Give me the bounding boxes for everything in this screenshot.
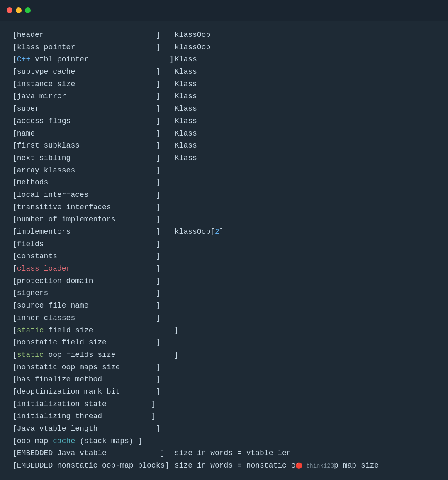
line-col1: [first subklass ] (12, 140, 170, 152)
terminal-line: [super ] Klass (12, 103, 436, 115)
line-col1: [class loader ] (12, 263, 170, 275)
line-col1: [fields ] (12, 238, 170, 251)
terminal-line: [class loader ] (12, 263, 436, 275)
terminal-line: [deoptimization mark bit ] (12, 386, 436, 398)
terminal-line: [next sibling ] Klass (12, 152, 436, 165)
terminal-line: [first subklass ] Klass (12, 140, 436, 152)
terminal-line: [protection domain ] (12, 275, 436, 288)
terminal-line: [local interfaces ] (12, 189, 436, 201)
line-col2: Klass (170, 53, 197, 66)
line-col2: Klass (170, 128, 197, 140)
line-col1: [local interfaces ] (12, 189, 170, 201)
line-col1: [array klasses ] (12, 165, 170, 177)
line-col2: size in words = nonstatic_o🔴 think123p_m… (170, 460, 379, 472)
terminal-line: [transitive interfaces ] (12, 201, 436, 214)
terminal-line: [name ] Klass (12, 128, 436, 140)
terminal-line: [klass pointer ] klassOop (12, 41, 436, 54)
terminal-line: [has finalize method ] (12, 373, 436, 386)
terminal-line: [static oop fields size ] (12, 349, 436, 361)
terminal-line: [inner classes ] (12, 312, 436, 325)
terminal-line: [nonstatic field size ] (12, 337, 436, 349)
line-col1: [super ] (12, 103, 170, 115)
line-col2: Klass (170, 66, 197, 78)
terminal-line: [constants ] (12, 250, 436, 263)
line-col1: [nonstatic oop maps size ] (12, 361, 170, 374)
terminal-line: [fields ] (12, 238, 436, 251)
line-col1: [implementors ] (12, 226, 170, 238)
line-col1: [next sibling ] (12, 152, 170, 165)
terminal-line: [Java vtable length ] (12, 423, 436, 435)
line-col1: [EMBEDDED nonstatic oop-map blocks] (12, 460, 170, 472)
terminal-line: [source file name ] (12, 300, 436, 312)
terminal-line: [header ] klassOop (12, 29, 436, 41)
line-col1: [instance size ] (12, 78, 170, 91)
terminal-line: [oop map cache (stack maps) ] (12, 435, 436, 448)
terminal-line: [java mirror ] Klass (12, 90, 436, 103)
line-col2: Klass (170, 103, 197, 115)
line-col2: Klass (170, 152, 197, 165)
line-col1: [Java vtable length ] (12, 423, 170, 435)
line-col1: [transitive interfaces ] (12, 201, 170, 214)
line-col1: [constants ] (12, 250, 170, 263)
terminal-line: [implementors ] klassOop[2] (12, 226, 436, 238)
line-col1: [klass pointer ] (12, 41, 170, 54)
line-col1: [static oop fields size ] (12, 349, 170, 361)
maximize-button[interactable] (25, 7, 31, 13)
terminal-line: [subtype cache ] Klass (12, 66, 436, 78)
terminal-line: [array klasses ] (12, 165, 436, 177)
line-col1: [header ] (12, 29, 170, 41)
terminal-output: [header ] klassOop[klass pointer ] klass… (0, 21, 448, 480)
line-col1: [nonstatic field size ] (12, 337, 170, 349)
line-col1: [deoptimization mark bit ] (12, 386, 170, 398)
terminal-line: [nonstatic oop maps size ] (12, 361, 436, 374)
line-col1: [methods ] (12, 177, 170, 189)
line-col1: [signers ] (12, 287, 170, 300)
line-col1: [has finalize method ] (12, 373, 170, 386)
close-button[interactable] (7, 7, 12, 13)
terminal-line: [number of implementors ] (12, 213, 436, 226)
line-col2: klassOop (170, 29, 210, 41)
line-col2: Klass (170, 115, 197, 128)
line-col1: [EMBEDDED Java vtable ] (12, 447, 170, 460)
line-col1: [inner classes ] (12, 312, 170, 325)
line-col1: [java mirror ] (12, 90, 170, 103)
line-col2: klassOop (170, 41, 210, 54)
terminal-line: [methods ] (12, 177, 436, 189)
line-col2: klassOop[2] (170, 226, 224, 238)
line-col1: [access_flags ] (12, 115, 170, 128)
line-col1: [name ] (12, 128, 170, 140)
titlebar (0, 0, 448, 21)
terminal-line: [access_flags ] Klass (12, 115, 436, 128)
line-col1: [source file name ] (12, 300, 170, 312)
line-col1: [subtype cache ] (12, 66, 170, 78)
line-col1: [number of implementors ] (12, 213, 170, 226)
line-col2: size in words = vtable_len (170, 447, 291, 460)
line-col2: Klass (170, 78, 197, 91)
terminal-line: [initialization state ] (12, 398, 436, 411)
terminal-line: [C++ vtbl pointer ] Klass (12, 53, 436, 66)
line-col1: [protection domain ] (12, 275, 170, 288)
terminal-line: [EMBEDDED Java vtable ] size in words = … (12, 447, 436, 460)
terminal-line: [initializing thread ] (12, 410, 436, 423)
terminal-line: [instance size ] Klass (12, 78, 436, 91)
terminal-line: [EMBEDDED nonstatic oop-map blocks] size… (12, 460, 436, 472)
line-col1: [initializing thread ] (12, 410, 170, 423)
line-col1: [C++ vtbl pointer ] (12, 53, 170, 66)
minimize-button[interactable] (16, 7, 22, 13)
terminal-line: [static field size ] (12, 325, 436, 337)
line-col2: Klass (170, 90, 197, 103)
line-col1: [initialization state ] (12, 398, 170, 411)
terminal-line: [signers ] (12, 287, 436, 300)
line-col1: [oop map cache (stack maps) ] (12, 435, 170, 448)
line-col1: [static field size ] (12, 325, 170, 337)
line-col2: Klass (170, 140, 197, 152)
